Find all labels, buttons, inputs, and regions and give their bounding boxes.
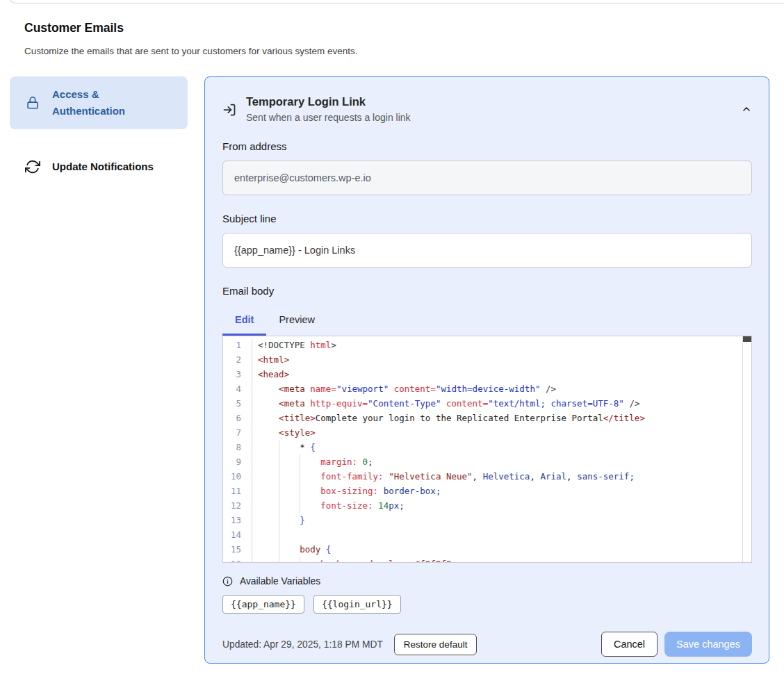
- code-line[interactable]: 9 margin: 0;: [223, 454, 751, 469]
- sidebar-item-update-notifications[interactable]: Update Notifications: [10, 149, 188, 185]
- sidebar-item-access-authentication[interactable]: Access & Authentication: [10, 76, 188, 129]
- login-icon: [222, 103, 236, 117]
- code-editor-lines: 1<!DOCTYPE html>2<html>3<head>4 <meta na…: [223, 336, 751, 563]
- save-changes-button[interactable]: Save changes: [664, 632, 752, 657]
- sidebar: Access & Authentication Update Notificat…: [10, 76, 188, 185]
- card-footer: Updated: Apr 29, 2025, 1:18 PM MDT Resto…: [222, 632, 752, 657]
- sidebar-item-label: Update Notifications: [52, 158, 154, 175]
- email-body-tabs: Edit Preview: [222, 305, 752, 336]
- variable-chip-login-url[interactable]: {{login_url}}: [313, 595, 401, 614]
- code-line[interactable]: 6 <title>Complete your login to the Repl…: [223, 411, 751, 425]
- page-title: Customer Emails: [24, 21, 124, 35]
- refresh-icon: [25, 159, 40, 174]
- available-variables-row: Available Variables: [222, 576, 752, 586]
- tab-edit[interactable]: Edit: [222, 305, 266, 336]
- card-title: Temporary Login Link: [246, 95, 411, 108]
- collapse-button[interactable]: [741, 104, 752, 117]
- card-subtitle: Sent when a user requests a login link: [246, 112, 411, 123]
- variable-chip-app-name[interactable]: {{app_name}}: [222, 595, 304, 614]
- subject-line-input[interactable]: [222, 233, 752, 268]
- restore-default-button[interactable]: Restore default: [394, 634, 477, 655]
- code-line[interactable]: 10 font-family: "Helvetica Neue", Helvet…: [223, 469, 751, 484]
- card-header-text: Temporary Login Link Sent when a user re…: [246, 95, 411, 123]
- editor-scrollbar-thumb[interactable]: [743, 336, 751, 342]
- code-line[interactable]: 8 * {: [223, 440, 751, 454]
- code-line[interactable]: 14: [223, 527, 751, 542]
- code-line[interactable]: 5 <meta http-equiv="Content-Type" conten…: [223, 396, 751, 411]
- available-variables-label: Available Variables: [240, 576, 320, 586]
- code-line[interactable]: 16 background-color: #f8f8f8;: [223, 557, 751, 563]
- code-line[interactable]: 3<head>: [223, 367, 751, 381]
- tab-preview[interactable]: Preview: [266, 305, 327, 336]
- previous-card-bottom-edge: [7, 0, 784, 3]
- variable-chips: {{app_name}} {{login_url}}: [222, 595, 752, 614]
- customer-emails-page: Customer Emails Customize the emails tha…: [0, 0, 784, 681]
- temporary-login-link-card: Temporary Login Link Sent when a user re…: [204, 76, 769, 664]
- cancel-button[interactable]: Cancel: [601, 632, 658, 657]
- editor-scrollbar[interactable]: [742, 336, 751, 562]
- code-line[interactable]: 13 }: [223, 513, 751, 527]
- page-subtitle: Customize the emails that are sent to yo…: [24, 46, 357, 56]
- chevron-up-icon: [741, 104, 752, 117]
- code-line[interactable]: 12 font-size: 14px;: [223, 498, 751, 513]
- code-line[interactable]: 1<!DOCTYPE html>: [223, 338, 751, 352]
- code-line[interactable]: 4 <meta name="viewport" content="width=d…: [223, 381, 751, 396]
- lock-icon: [25, 95, 40, 110]
- updated-timestamp: Updated: Apr 29, 2025, 1:18 PM MDT: [222, 639, 383, 650]
- card-header: Temporary Login Link Sent when a user re…: [222, 95, 752, 123]
- subject-line-label: Subject line: [222, 213, 752, 224]
- code-line[interactable]: 7 <style>: [223, 425, 751, 440]
- sidebar-item-label: Access & Authentication: [52, 86, 174, 120]
- from-address-label: From address: [222, 140, 752, 152]
- from-address-input[interactable]: [222, 161, 752, 195]
- code-line[interactable]: 15 body {: [223, 542, 751, 557]
- info-icon: [222, 576, 233, 586]
- code-line[interactable]: 11 box-sizing: border-box;: [223, 484, 751, 498]
- code-editor[interactable]: 1<!DOCTYPE html>2<html>3<head>4 <meta na…: [222, 336, 752, 563]
- code-line[interactable]: 2<html>: [223, 352, 751, 367]
- email-body-label: Email body: [222, 285, 752, 297]
